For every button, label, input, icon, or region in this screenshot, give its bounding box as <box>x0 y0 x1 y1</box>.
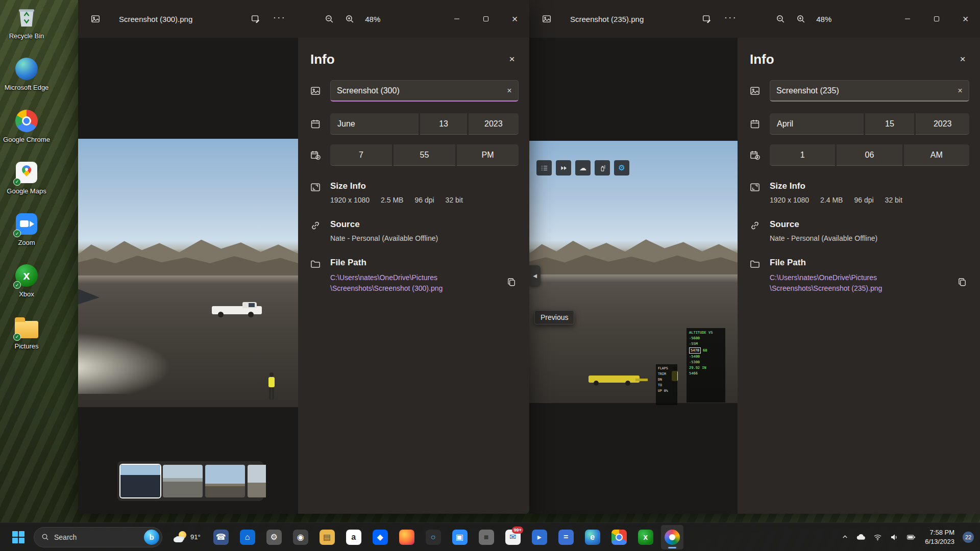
amazon-icon: a <box>346 530 361 545</box>
time-minute-field[interactable]: 06 <box>837 144 902 166</box>
taskbar-icon-file-explorer[interactable]: ▤ <box>316 525 338 549</box>
ground-crew-person <box>268 372 275 402</box>
desktop-icon-google-chrome[interactable]: Google Chrome <box>2 109 51 144</box>
desktop-icon-zoom[interactable]: ✓ Zoom <box>2 212 51 247</box>
filename-input[interactable] <box>770 80 969 102</box>
size-info-heading: Size Info <box>770 181 969 191</box>
date-month-field[interactable]: June <box>330 113 419 135</box>
close-button[interactable]: × <box>951 0 980 38</box>
maps-icon: ✓ <box>14 160 39 185</box>
taskbar-icon-amazon[interactable]: a <box>342 525 365 549</box>
tray-date: 6/13/2023 <box>925 537 954 546</box>
time-hour-field[interactable]: 1 <box>770 144 835 166</box>
settings-gear-icon[interactable]: ⚙ <box>614 160 629 176</box>
taskbar-icon-chrome[interactable] <box>608 525 630 549</box>
time-minute-field[interactable]: 55 <box>394 144 455 166</box>
onedrive-cloud-icon[interactable] <box>853 527 868 547</box>
tray-chevron-up-icon[interactable] <box>839 527 851 547</box>
date-day-field[interactable]: 15 <box>865 113 915 135</box>
zoom-out-button[interactable] <box>770 9 791 29</box>
size-info-icon <box>750 181 760 204</box>
desktop-icon-recycle-bin[interactable]: Recycle Bin <box>2 5 51 40</box>
source-heading: Source <box>770 219 969 230</box>
minimize-button[interactable] <box>442 0 471 38</box>
more-options-button[interactable]: ··· <box>720 9 741 29</box>
filmstrip-toggle-icon[interactable] <box>536 160 552 176</box>
time-icon <box>310 150 321 160</box>
folder-icon <box>750 258 760 294</box>
taskbar-icon-zoom[interactable]: ▣ <box>449 525 471 549</box>
size-info-heading: Size Info <box>330 181 519 191</box>
date-day-field[interactable]: 13 <box>420 113 467 135</box>
copy-path-button[interactable] <box>502 273 521 291</box>
taskbar-icon-dropbox[interactable]: ◆ <box>369 525 391 549</box>
taskbar-icon-xbox[interactable]: x <box>634 525 657 549</box>
taskbar-icon-camera[interactable]: ◉ <box>289 525 312 549</box>
filename-input[interactable] <box>330 80 519 102</box>
taskbar-icon-pinned-app[interactable]: ■ <box>475 525 498 549</box>
taskbar-icon-firefox[interactable] <box>396 525 418 549</box>
link-icon <box>310 219 321 242</box>
desktop-icon-google-maps[interactable]: ✓ Google Maps <box>2 160 51 195</box>
slideshow-icon[interactable] <box>556 160 571 176</box>
time-hour-field[interactable]: 7 <box>330 144 392 166</box>
info-close-button[interactable]: × <box>953 50 972 68</box>
clear-filename-icon[interactable]: × <box>503 85 516 97</box>
system-tray: 7:58 PM 6/13/2023 22 <box>839 527 974 547</box>
tug-vehicle <box>589 371 648 386</box>
wifi-icon[interactable] <box>870 527 885 547</box>
time-period-field[interactable]: AM <box>904 144 969 166</box>
spot-fix-icon[interactable] <box>595 160 610 176</box>
time-period-field[interactable]: PM <box>457 144 519 166</box>
date-year-field[interactable]: 2023 <box>469 113 519 135</box>
desktop-icon-microsoft-edge[interactable]: Microsoft Edge <box>2 57 51 92</box>
cortana-icon: ○ <box>426 530 441 545</box>
previous-image-button[interactable]: ◀ <box>529 265 541 286</box>
more-options-button[interactable]: ··· <box>269 9 289 29</box>
edit-image-button[interactable] <box>697 9 717 29</box>
cloud-icon[interactable]: ☁ <box>575 160 591 176</box>
battery-icon[interactable] <box>903 527 919 547</box>
taskbar-icon-mail[interactable]: ✉99+ <box>502 525 524 549</box>
copy-path-button[interactable] <box>953 273 971 291</box>
filmstrip-thumbnail[interactable] <box>120 465 160 497</box>
taskbar-icon-photos[interactable] <box>661 525 683 549</box>
minimize-button[interactable] <box>893 0 922 38</box>
close-button[interactable]: × <box>500 0 529 38</box>
filmstrip-thumbnail[interactable] <box>163 465 203 497</box>
zoom-in-button[interactable] <box>339 9 360 29</box>
link-icon <box>750 219 760 242</box>
photo-screenshot-235: FLAPS TRIM DN TO UP 0% ALTITUDE VS -5600… <box>529 141 738 403</box>
info-heading: Info <box>750 52 774 67</box>
edit-image-button[interactable] <box>246 9 266 29</box>
synced-check-badge: ✓ <box>13 230 21 237</box>
taskbar-icon-settings[interactable]: ⚙ <box>263 525 285 549</box>
image-stage: FLAPS TRIM DN TO UP 0% ALTITUDE VS -5600… <box>529 38 738 514</box>
zoom-out-button[interactable] <box>319 9 339 29</box>
taskbar-icon-phone-link[interactable]: ☎ <box>210 525 232 549</box>
start-button[interactable] <box>8 527 29 547</box>
titlebar: Screenshot (300).png ··· 48% × <box>78 0 529 38</box>
desktop-icon-xbox[interactable]: ✓ Xbox <box>2 263 51 298</box>
taskbar-icon-microsoft-store[interactable]: ⌂ <box>236 525 259 549</box>
zoom-in-button[interactable] <box>791 9 811 29</box>
tray-clock[interactable]: 7:58 PM 6/13/2023 <box>921 528 959 546</box>
volume-icon[interactable] <box>887 527 901 547</box>
taskbar-icon-calculator[interactable]: = <box>555 525 577 549</box>
weather-widget[interactable]: 91° <box>169 529 205 545</box>
taskbar-icon-movies-tv[interactable]: ▸ <box>528 525 551 549</box>
taskbar-search[interactable]: Search b <box>34 527 162 547</box>
maximize-button[interactable] <box>471 0 500 38</box>
filmstrip-thumbnail[interactable] <box>248 465 266 497</box>
clear-filename-icon[interactable]: × <box>954 85 966 97</box>
notification-count-badge[interactable]: 22 <box>963 532 974 543</box>
source-value: Nate - Personal (Available Offline) <box>330 234 519 242</box>
filmstrip-thumbnail[interactable] <box>205 465 245 497</box>
taskbar-icon-cortana[interactable]: ○ <box>422 525 445 549</box>
info-close-button[interactable]: × <box>503 50 521 68</box>
maximize-button[interactable] <box>922 0 951 38</box>
taskbar-icon-edge[interactable]: e <box>581 525 604 549</box>
desktop-icon-pictures[interactable]: ✓ Pictures <box>2 315 51 350</box>
date-month-field[interactable]: April <box>770 113 864 135</box>
date-year-field[interactable]: 2023 <box>916 113 969 135</box>
